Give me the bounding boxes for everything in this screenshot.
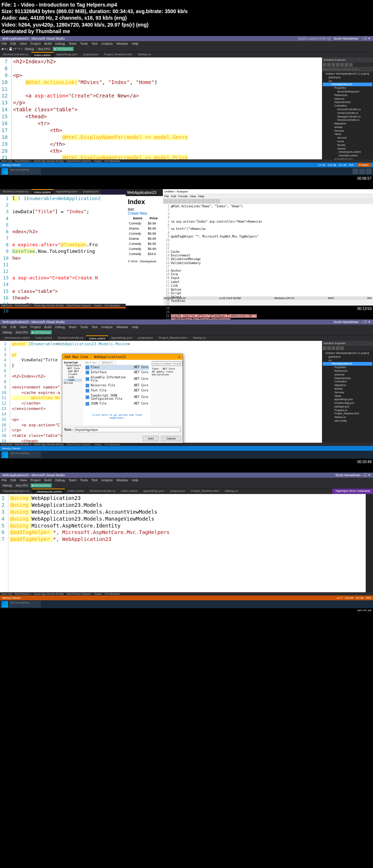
- bt[interactable]: Output: [94, 304, 102, 307]
- ti[interactable]: bundleconfig.json: [323, 401, 372, 405]
- tree-item[interactable]: HomeController.cs: [323, 111, 372, 115]
- tab[interactable]: appsettings.json: [54, 189, 81, 195]
- preview-tab[interactable]: TagHelper (from metadata): [332, 489, 373, 494]
- bt[interactable]: Output: [94, 160, 102, 162]
- cat[interactable]: Installed: [64, 361, 82, 364]
- code-editor[interactable]: 789101112131415161718192021222324 <h2>In…: [0, 57, 322, 159]
- name-input[interactable]: [75, 427, 180, 432]
- bt[interactable]: Azure App Service Activity: [34, 593, 63, 595]
- b[interactable]: Any CPU: [15, 483, 30, 487]
- m[interactable]: Tools: [80, 478, 88, 482]
- t[interactable]: Index.cshtml: [65, 489, 87, 494]
- bt[interactable]: Output: [94, 443, 102, 446]
- cat[interactable]: ASP.NET: [64, 370, 82, 373]
- m[interactable]: Project: [30, 478, 40, 482]
- menubar[interactable]: FileEditViewProjectBuildDebugTeamToolsTe…: [0, 41, 373, 46]
- tree-item[interactable]: Movies: [323, 143, 372, 147]
- menu-team[interactable]: Team: [68, 42, 76, 45]
- tab-3[interactable]: project.json: [81, 52, 101, 57]
- menu-edit[interactable]: Edit: [11, 42, 16, 45]
- m[interactable]: Build: [44, 478, 51, 482]
- m[interactable]: File: [1, 325, 7, 329]
- tree-item[interactable]: _ViewImports.cshtml: [323, 150, 372, 154]
- menu-window[interactable]: Window: [117, 42, 128, 45]
- ti[interactable]: appsettings.json: [323, 398, 372, 401]
- m[interactable]: Build: [44, 325, 51, 329]
- cat[interactable]: Code: [64, 379, 82, 382]
- menu-help[interactable]: Help: [132, 42, 139, 45]
- t[interactable]: project.json: [135, 335, 156, 341]
- m[interactable]: Debug: [55, 478, 65, 482]
- tree-item[interactable]: Shared: [323, 147, 372, 151]
- m[interactable]: Help: [198, 195, 204, 198]
- config-debug[interactable]: Debug: [24, 47, 35, 51]
- online-link[interactable]: Click here to go online and find templat…: [85, 414, 149, 419]
- taskbar[interactable]: Ask me anything: [0, 451, 373, 459]
- ti[interactable]: Views: [323, 394, 372, 398]
- m[interactable]: Window: [117, 325, 128, 329]
- ti[interactable]: Solution 'WebApplication23' (1 project): [323, 351, 372, 355]
- tab-1[interactable]: Index.cshtml: [31, 52, 54, 57]
- tree-item[interactable]: Properties: [323, 86, 372, 90]
- t[interactable]: Index.cshtml: [33, 335, 55, 341]
- t[interactable]: Startup.cs: [190, 335, 209, 341]
- tree-item[interactable]: ManageController.cs: [323, 115, 372, 119]
- add-button[interactable]: Add: [143, 436, 159, 441]
- menu-analyze[interactable]: Analyze: [101, 42, 113, 45]
- menu-file[interactable]: File: [1, 42, 7, 45]
- t[interactable]: RepeatTagHelper.cs: [0, 489, 32, 494]
- m[interactable]: Window: [117, 478, 128, 482]
- cat[interactable]: Client-side: [64, 373, 82, 379]
- tab[interactable]: project.json: [81, 189, 101, 195]
- bt[interactable]: Azure App Service Activity: [34, 443, 63, 446]
- ti[interactable]: Services: [323, 391, 372, 394]
- tab[interactable]: MoviesController.cs: [0, 189, 31, 195]
- bt[interactable]: Find Results 1: [15, 160, 31, 162]
- ti[interactable]: Controllers: [323, 380, 372, 383]
- item-row[interactable]: Assembly Information File.NET Core: [85, 375, 149, 383]
- tree-item[interactable]: References: [323, 93, 372, 97]
- tree-item[interactable]: MoviesController.cs: [323, 118, 372, 122]
- bt[interactable]: Task Runner Explorer: [66, 593, 91, 595]
- bt[interactable]: Find Results 1: [15, 443, 31, 446]
- bt[interactable]: Error List: [1, 593, 12, 595]
- m[interactable]: Project: [30, 325, 40, 329]
- m[interactable]: Help: [132, 325, 139, 329]
- config-anycpu[interactable]: Any CPU: [36, 47, 51, 51]
- t[interactable]: project.json: [167, 489, 188, 494]
- quick-launch[interactable]: Quick Launch (Ctrl+Q): [298, 37, 331, 40]
- tree-item[interactable]: Account: [323, 136, 372, 140]
- bt[interactable]: Error List: [1, 443, 12, 446]
- tree-item[interactable]: global.json: [323, 76, 372, 79]
- item-row[interactable]: Interface.NET Core: [85, 370, 149, 375]
- tab[interactable]: Index.cshtml: [31, 189, 54, 195]
- t[interactable]: Project_Readme.html: [188, 489, 222, 494]
- tree-item[interactable]: appsettings.json: [323, 158, 372, 159]
- solution-explorer[interactable]: Solution Explorer Solution 'WebApplicati…: [322, 341, 373, 443]
- tree-item[interactable]: src: [323, 79, 372, 83]
- ti[interactable]: wwwroot: [323, 373, 372, 377]
- bt[interactable]: Error List: [1, 160, 12, 162]
- m[interactable]: File: [164, 195, 169, 198]
- t[interactable]: MoviesController.cs: [55, 335, 86, 341]
- t[interactable]: Index.cshtml: [86, 335, 108, 341]
- tree-item[interactable]: Views: [323, 132, 372, 136]
- np-editor[interactable]: 1@Html.ActionLink("Home", "Index", "Home…: [163, 204, 373, 296]
- ti[interactable]: Dependencies: [323, 377, 372, 380]
- ti[interactable]: Migrations: [323, 383, 372, 387]
- bt[interactable]: Task Runner Explorer: [66, 160, 91, 162]
- ti[interactable]: Properties: [323, 366, 372, 369]
- cancel-button[interactable]: Cancel: [161, 436, 181, 441]
- t[interactable]: appsettings.json: [108, 335, 135, 341]
- cat[interactable]: PowerShell: [64, 364, 82, 367]
- np-menu[interactable]: FileEditFormatViewHelp: [163, 194, 373, 198]
- tree-item[interactable]: Models: [323, 126, 372, 129]
- item-row[interactable]: Class.NET Core: [85, 365, 149, 370]
- ti[interactable]: References: [323, 369, 372, 373]
- search[interactable]: Ask me anything: [9, 601, 41, 608]
- bt[interactable]: Output: [94, 593, 102, 595]
- m[interactable]: Edit: [171, 195, 176, 198]
- solution-explorer[interactable]: Solution Explorer Solution 'WebApplicati…: [322, 57, 373, 159]
- ti[interactable]: WebApplication23: [323, 362, 372, 366]
- publish-button[interactable]: Publish: [357, 163, 371, 167]
